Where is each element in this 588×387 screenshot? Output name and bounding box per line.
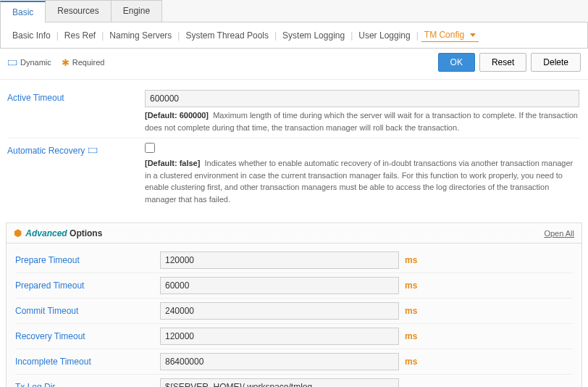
unit-incomplete-timeout: ms <box>405 357 417 367</box>
label-text-automatic-recovery: Automatic Recovery <box>7 146 85 156</box>
divider: | <box>101 30 104 41</box>
row-tx-log-dir: Tx Log Dir <box>15 374 573 387</box>
row-prepare-timeout: Prepare Timeout ms <box>15 248 573 272</box>
legend-required: ✱ Required <box>62 58 105 67</box>
input-incomplete-timeout[interactable] <box>160 353 399 370</box>
subtab-system-logging[interactable]: System Logging <box>280 29 348 42</box>
legend-required-label: Required <box>72 58 105 67</box>
open-all-link[interactable]: Open All <box>544 229 574 238</box>
row-commit-timeout: Commit Timeout ms <box>15 298 573 323</box>
action-buttons: OK Reset Delete <box>438 53 581 72</box>
divider: | <box>274 30 277 41</box>
tab-resources[interactable]: Resources <box>45 0 111 22</box>
advanced-panel: ⬢ Advanced Options Open All Prepare Time… <box>6 222 582 387</box>
input-tx-log-dir[interactable] <box>160 378 399 387</box>
label-incomplete-timeout: Incomplete Timeout <box>15 357 160 367</box>
legend: Dynamic ✱ Required <box>7 58 104 67</box>
label-tx-log-dir: Tx Log Dir <box>15 382 160 387</box>
unit-prepared-timeout: ms <box>405 280 417 291</box>
desc-automatic-recovery: [Default: false] Indicates whether to en… <box>145 157 579 205</box>
advanced-header: ⬢ Advanced Options Open All <box>7 223 581 244</box>
main-tabs: Basic Resources Engine <box>0 0 588 22</box>
ok-button[interactable]: OK <box>438 53 475 72</box>
chevron-down-icon <box>470 33 476 37</box>
advanced-title: ⬢ Advanced Options <box>14 228 102 238</box>
row-automatic-recovery: Automatic Recovery [Default: false] Indi… <box>7 138 581 209</box>
body-automatic-recovery: [Default: false] Indicates whether to en… <box>145 143 581 205</box>
legend-action-row: Dynamic ✱ Required OK Reset Delete <box>0 49 588 80</box>
input-commit-timeout[interactable] <box>160 302 399 320</box>
asterisk-icon: ✱ <box>62 58 70 67</box>
row-incomplete-timeout: Incomplete Timeout ms <box>15 349 573 374</box>
subtab-tm-config[interactable]: TM Config <box>421 28 479 42</box>
label-prepare-timeout: Prepare Timeout <box>15 255 160 265</box>
body-active-timeout: [Default: 600000] Maximum length of time… <box>145 90 581 133</box>
shield-icon: ⬢ <box>14 228 22 238</box>
delete-button[interactable]: Delete <box>531 53 581 72</box>
tab-engine[interactable]: Engine <box>111 0 162 22</box>
unit-commit-timeout: ms <box>405 306 417 316</box>
unit-recovery-timeout: ms <box>405 331 417 341</box>
reset-button[interactable]: Reset <box>479 53 526 72</box>
desc-text-automatic-recovery: Indicates whether to enable automatic re… <box>145 159 573 204</box>
unit-prepare-timeout: ms <box>405 255 417 265</box>
row-prepared-timeout: Prepared Timeout ms <box>15 272 573 298</box>
desc-text-active-timeout: Maximum length of time during which the … <box>145 111 578 132</box>
refresh-icon <box>7 58 17 67</box>
tab-basic[interactable]: Basic <box>0 1 46 22</box>
default-automatic-recovery: [Default: false] <box>145 159 200 167</box>
subtab-system-thread-pools[interactable]: System Thread Pools <box>182 29 272 42</box>
advanced-word1: Advanced <box>25 228 67 238</box>
divider: | <box>416 30 419 41</box>
advanced-body: Prepare Timeout ms Prepared Timeout ms C… <box>7 244 581 387</box>
divider: | <box>350 30 353 41</box>
divider: | <box>177 30 180 41</box>
legend-dynamic-label: Dynamic <box>20 58 51 67</box>
refresh-icon <box>88 146 98 154</box>
legend-dynamic: Dynamic <box>7 58 51 67</box>
divider: | <box>56 30 59 41</box>
subtab-user-logging[interactable]: User Logging <box>356 29 413 42</box>
sub-tabs: Basic Info| Res Ref| Naming Servers| Sys… <box>0 22 588 49</box>
row-active-timeout: Active Timeout [Default: 600000] Maximum… <box>7 83 581 138</box>
label-recovery-timeout: Recovery Timeout <box>15 331 160 341</box>
label-active-timeout: Active Timeout <box>7 90 145 133</box>
input-prepare-timeout[interactable] <box>160 251 399 269</box>
row-recovery-timeout: Recovery Timeout ms <box>15 323 573 349</box>
basic-fields: Active Timeout [Default: 600000] Maximum… <box>0 80 588 217</box>
desc-active-timeout: [Default: 600000] Maximum length of time… <box>145 109 579 133</box>
label-prepared-timeout: Prepared Timeout <box>15 280 160 291</box>
default-active-timeout: [Default: 600000] <box>145 111 209 120</box>
subtab-res-ref[interactable]: Res Ref <box>62 29 98 42</box>
label-commit-timeout: Commit Timeout <box>15 306 160 316</box>
subtab-tm-config-label: TM Config <box>424 30 464 40</box>
input-prepared-timeout[interactable] <box>160 277 399 294</box>
label-automatic-recovery: Automatic Recovery <box>7 143 145 205</box>
checkbox-automatic-recovery[interactable] <box>145 143 155 153</box>
input-recovery-timeout[interactable] <box>160 328 399 345</box>
subtab-basic-info[interactable]: Basic Info <box>9 29 54 42</box>
input-active-timeout[interactable] <box>145 90 579 107</box>
advanced-word2: Options <box>70 228 102 238</box>
subtab-naming-servers[interactable]: Naming Servers <box>106 29 175 42</box>
